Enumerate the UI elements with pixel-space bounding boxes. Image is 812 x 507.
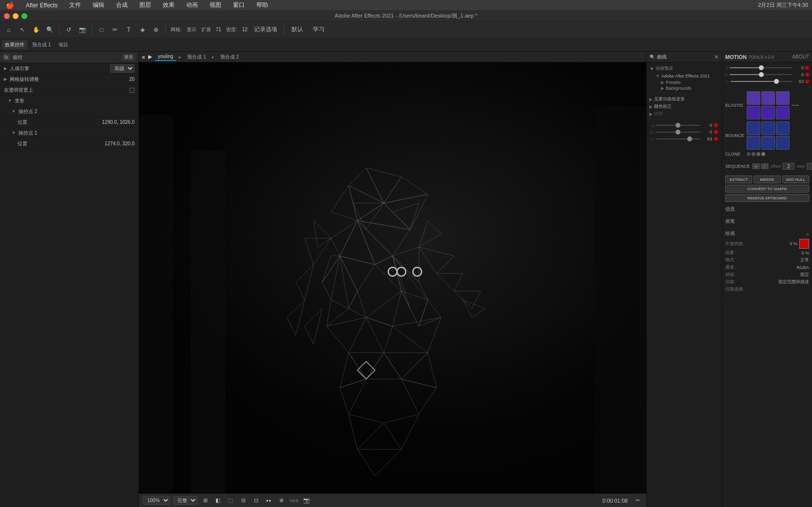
minimize-button[interactable] [13,13,19,19]
slider1-thumb[interactable] [676,123,680,128]
slider1-track[interactable] [656,125,700,126]
reset-button[interactable]: 重置 [122,54,135,61]
m-slider3-thumb[interactable] [774,79,779,84]
slider3-thumb[interactable] [687,136,692,141]
elastic-btn-5[interactable] [761,106,775,119]
add-null-btn[interactable]: ADD NULL [782,176,809,183]
record-options-btn[interactable]: 记录选项 [251,24,280,35]
elastic-btn-1[interactable] [747,91,760,105]
default-btn[interactable]: 默认 [288,24,307,35]
deform-collapse[interactable]: ▼ [8,98,12,103]
tab-project[interactable]: 项目 [56,40,71,49]
menu-file[interactable]: 文件 [67,1,83,9]
transparent-bg-checkbox[interactable] [130,88,135,93]
snapshot-btn[interactable]: ⊡ [251,496,261,505]
comp-tab-compose[interactable]: youling [155,53,176,61]
offset-input[interactable]: 2 [783,163,794,170]
learn-btn[interactable]: 学习 [309,24,329,35]
menu-help[interactable]: 帮助 [254,1,270,9]
ruler-btn[interactable]: ⊟ [238,496,248,505]
slider2-track[interactable] [656,132,700,133]
zoom-tool[interactable]: 🔍 [44,24,56,35]
backgrounds-item[interactable]: ▶ Backgrounds [660,85,720,91]
elastic-btn-2[interactable] [761,91,775,105]
menu-effects[interactable]: 效果 [161,1,176,9]
merge-btn[interactable]: MERGE [754,176,780,183]
seq-icon-2[interactable]: ⋮ [761,163,769,169]
m-slider1-thumb[interactable] [759,65,764,70]
tab-effects-controls[interactable]: 效果控件 [2,40,27,49]
comp-tab-precomp1[interactable]: 预合成 1 [184,53,209,61]
brush-tool[interactable]: ◈ [136,24,148,35]
motion-about-btn[interactable]: ABOUT [793,54,809,59]
slider3-track[interactable] [657,138,700,139]
menu-layer[interactable]: 图层 [137,1,153,9]
puppet1-collapse[interactable]: ▼ [12,131,16,135]
text-tool[interactable]: T [123,24,135,35]
slider2-thumb[interactable] [676,130,680,135]
bezier-item[interactable]: ▶ 见赛尔曲线变形 [649,96,720,103]
tab-precomp-1[interactable]: 预合成 1 [29,40,54,49]
elastic-btn-6[interactable] [776,106,790,119]
camera-btn[interactable]: 📷 [302,496,311,505]
color-correct-item[interactable]: ▶ 颜色校正 [649,103,720,110]
control-item[interactable]: ▶ 控制 [649,110,720,117]
bounce-btn-6[interactable] [776,136,790,150]
menu-compose[interactable]: 合成 [114,1,130,9]
m-slider2-thumb[interactable] [759,72,764,77]
curve-close-btn[interactable]: ✕ [714,54,719,60]
bounce-btn-4[interactable] [747,136,760,150]
remove-artboard-btn[interactable]: REMOVE ARTBOARD [725,194,809,202]
snip-btn[interactable]: ✂ [633,496,642,505]
puppet2-collapse[interactable]: ▼ [12,109,16,114]
apple-menu[interactable]: 🍎 [4,1,16,9]
extract-btn[interactable]: EXTRACT [725,176,752,183]
menu-edit[interactable]: 编辑 [91,1,106,9]
comp-tab-precomp2[interactable]: 预合成 2 [217,53,242,61]
menu-window[interactable]: 窗口 [231,1,247,9]
m-slider2-track[interactable] [730,74,793,75]
presets-item[interactable]: ▶ Presets [660,79,720,85]
bounce-btn-3[interactable] [776,121,790,135]
color-picker-btn[interactable]: ●● [264,496,273,505]
menu-after-effects[interactable]: After Effects [24,2,59,9]
home-tool[interactable]: ⌂ [3,24,15,35]
alpha-btn[interactable]: ◧ [213,496,223,505]
tree-collapse-icon[interactable]: ▼ [650,66,654,71]
collapse-icon[interactable]: ▶ [4,66,7,71]
bounce-btn-1[interactable] [747,121,760,135]
mesh-rotation-collapse[interactable]: ▶ [4,77,7,81]
paint-menu-icon[interactable]: ≡ [806,232,809,237]
exposure-btn[interactable]: ⊕ [276,496,286,505]
hand-tool[interactable]: ✋ [30,24,42,35]
convert-to-shape-btn[interactable]: CONVERT TO SHAPE [725,185,809,193]
elastic-btn-3[interactable] [776,91,790,105]
comp-flow-arrow[interactable]: ▸ [179,55,181,59]
pen-tool[interactable]: ✏ [109,24,121,35]
quality-select[interactable]: 完整 [173,496,197,505]
seq-icon-1[interactable]: ≡ [752,163,760,169]
safe-zones-btn[interactable]: ⬚ [226,496,235,505]
grid-toggle-btn[interactable]: ⊞ [200,496,210,505]
elastic-btn-4[interactable] [747,106,760,119]
camera-tool[interactable]: 📷 [77,24,88,35]
preset-ae-item[interactable]: ▼ Adobe After Effects 2021 [655,73,720,79]
comp-settings-icon[interactable]: ■ [142,54,145,60]
comp-precomp1-arrow[interactable]: ▸ [212,55,214,59]
step-input[interactable]: 1 [807,163,812,170]
puppet-engine-dropdown[interactable]: 高级 [110,64,135,73]
rect-tool[interactable]: □ [96,24,107,35]
bounce-btn-5[interactable] [761,136,775,150]
zoom-select[interactable]: 100% [143,496,170,505]
puppet-tool[interactable]: ⊕ [150,24,162,35]
rotate-tool[interactable]: ↺ [63,24,75,35]
m-slider1-track[interactable] [730,67,793,68]
bounce-btn-2[interactable] [761,121,775,135]
menu-view[interactable]: 视图 [208,1,223,9]
close-button[interactable] [4,13,10,19]
comp-play-icon[interactable]: ▶ [148,54,152,60]
maximize-button[interactable] [21,13,27,19]
menu-animation[interactable]: 动画 [184,1,200,9]
color-swatch[interactable] [799,239,809,249]
select-tool[interactable]: ↖ [17,24,28,35]
